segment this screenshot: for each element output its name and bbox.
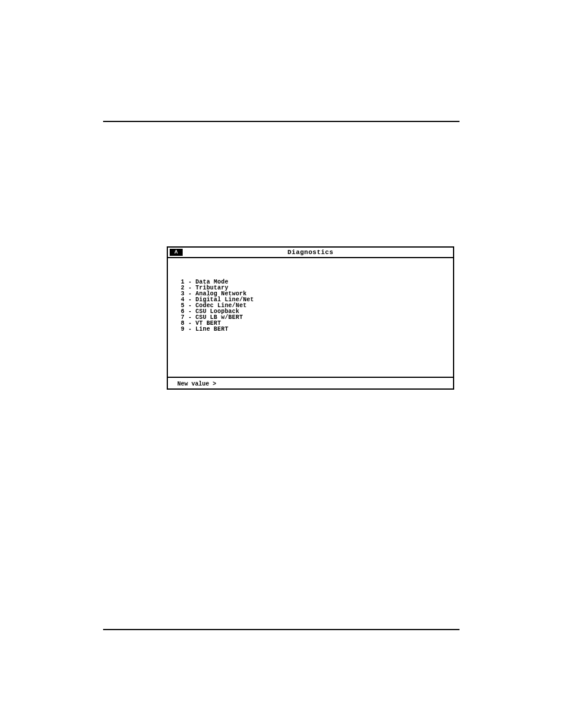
terminal-title: Diagnostics	[168, 248, 453, 257]
terminal-title-bar: A Diagnostics	[168, 248, 453, 258]
footer-rule	[103, 629, 459, 630]
terminal-status-bar[interactable]: New value >	[168, 377, 453, 390]
diagnostics-terminal-window: A Diagnostics 1 - Data Mode2 - Tributary…	[167, 246, 454, 390]
header-rule	[103, 121, 459, 122]
new-value-prompt: New value >	[177, 381, 216, 387]
terminal-body: 1 - Data Mode2 - Tributary3 - Analog Net…	[168, 258, 453, 377]
menu-item[interactable]: 9 - Line BERT	[181, 327, 447, 332]
